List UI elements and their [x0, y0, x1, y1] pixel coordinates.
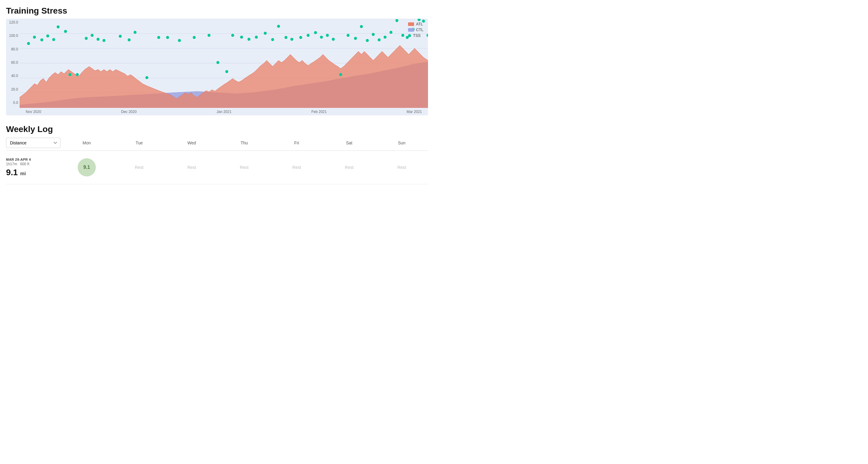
activity-bubble-mon[interactable]: 9.1	[78, 158, 96, 176]
svg-point-14	[76, 73, 79, 76]
day-header-wed: Wed	[165, 138, 218, 148]
day-header-sat: Sat	[323, 138, 376, 148]
svg-point-39	[299, 36, 302, 39]
tss-label: TSS	[413, 33, 421, 38]
svg-point-40	[307, 34, 310, 37]
x-axis: Nov 2020 Dec 2020 Jan 2021 Feb 2021 Mar …	[20, 108, 428, 115]
week-info: MAR 29-APR 4 1h17m 600 ft 9.1 mi	[6, 158, 60, 177]
svg-point-21	[133, 31, 136, 34]
svg-point-58	[418, 19, 421, 21]
y-label-80: 80.0	[6, 47, 18, 52]
svg-point-30	[231, 34, 234, 37]
svg-point-44	[332, 38, 335, 41]
svg-point-22	[145, 76, 148, 79]
day-header-tue: Tue	[113, 138, 166, 148]
svg-point-55	[401, 34, 404, 37]
rest-label-sun: Rest	[397, 165, 406, 170]
chart-area	[20, 19, 428, 108]
svg-point-29	[225, 70, 228, 73]
x-label-jan: Jan 2021	[216, 110, 231, 114]
week-total-distance: 9.1 mi	[6, 168, 60, 177]
svg-point-6	[27, 42, 30, 45]
week-elevation: 600 ft	[20, 162, 29, 166]
svg-point-19	[119, 35, 122, 38]
training-stress-title: Training Stress	[6, 6, 428, 16]
metric-dropdown-container: Distance Duration Elevation TSS	[6, 138, 60, 148]
legend-ctl: CTL	[408, 28, 424, 32]
chart-svg	[20, 19, 428, 108]
tss-dot	[408, 34, 411, 37]
svg-point-35	[271, 38, 274, 41]
week-duration: 1h17m	[6, 162, 17, 166]
svg-point-20	[128, 38, 130, 41]
x-label-nov: Nov 2020	[26, 110, 41, 114]
rest-label-fri: Rest	[292, 165, 301, 170]
svg-point-45	[339, 73, 342, 76]
rest-label-tue: Rest	[135, 165, 144, 170]
svg-point-34	[264, 32, 267, 35]
svg-point-18	[102, 39, 105, 42]
svg-point-43	[326, 34, 329, 37]
week-days-row: 9.1 Rest Rest Rest Rest Rest	[60, 155, 428, 179]
y-label-20: 20.0	[6, 87, 18, 92]
x-label-dec: Dec 2020	[121, 110, 136, 114]
svg-point-60	[427, 34, 428, 37]
day-cell-thu: Rest	[218, 155, 271, 179]
svg-point-37	[284, 36, 287, 39]
svg-point-33	[255, 36, 258, 39]
day-header-thu: Thu	[218, 138, 271, 148]
svg-point-42	[320, 36, 323, 39]
svg-point-41	[314, 31, 317, 34]
ctl-label: CTL	[416, 28, 424, 32]
svg-point-27	[208, 34, 211, 37]
svg-point-31	[240, 36, 243, 39]
day-header-fri: Fri	[271, 138, 323, 148]
svg-point-10	[52, 38, 55, 41]
y-label-0: 0.0	[6, 101, 18, 105]
svg-point-28	[216, 61, 219, 64]
chart-legend: ATL CTL TSS	[408, 22, 424, 38]
legend-tss: TSS	[408, 33, 424, 38]
week-row-mar29: MAR 29-APR 4 1h17m 600 ft 9.1 mi 9.1 Res…	[6, 151, 428, 184]
y-label-120: 120.0	[6, 20, 18, 25]
svg-point-53	[390, 31, 393, 34]
day-cell-wed: Rest	[165, 155, 218, 179]
ctl-swatch	[408, 28, 414, 32]
svg-point-32	[248, 38, 251, 41]
day-cell-sun: Rest	[375, 155, 428, 179]
metric-dropdown[interactable]: Distance Duration Elevation TSS	[6, 138, 60, 148]
svg-point-16	[91, 34, 94, 37]
svg-point-17	[97, 38, 100, 41]
svg-point-8	[40, 38, 43, 41]
rest-label-thu: Rest	[240, 165, 249, 170]
day-header-mon: Mon	[60, 138, 113, 148]
svg-point-50	[372, 33, 375, 36]
week-details: 1h17m 600 ft	[6, 162, 60, 166]
day-cell-mon[interactable]: 9.1	[60, 155, 113, 179]
svg-point-49	[366, 39, 369, 42]
svg-point-12	[64, 30, 67, 33]
atl-swatch	[408, 22, 414, 26]
svg-point-24	[166, 36, 169, 39]
svg-point-36	[277, 25, 280, 28]
training-stress-chart: ATL CTL TSS 0.0 20.0 40.0 60.0 80.0 100.…	[6, 19, 428, 115]
weekly-log-header: Distance Duration Elevation TSS Mon Tue …	[6, 138, 428, 151]
y-label-40: 40.0	[6, 74, 18, 78]
svg-point-47	[354, 37, 357, 40]
y-axis: 0.0 20.0 40.0 60.0 80.0 100.0 120.0	[6, 19, 20, 106]
svg-point-52	[383, 36, 386, 39]
days-header: Mon Tue Wed Thu Fri Sat Sun	[60, 138, 428, 148]
day-cell-fri: Rest	[271, 155, 323, 179]
svg-point-46	[347, 34, 350, 37]
x-label-mar: Mar 2021	[406, 110, 422, 114]
rest-label-sat: Rest	[345, 165, 353, 170]
svg-point-7	[33, 36, 36, 39]
legend-atl: ATL	[408, 22, 424, 26]
svg-point-9	[46, 34, 49, 37]
svg-point-23	[157, 36, 160, 39]
svg-point-13	[69, 73, 72, 76]
weekly-log-title: Weekly Log	[6, 125, 428, 134]
week-date-range: MAR 29-APR 4	[6, 158, 60, 161]
svg-point-54	[395, 19, 398, 22]
y-label-60: 60.0	[6, 60, 18, 65]
